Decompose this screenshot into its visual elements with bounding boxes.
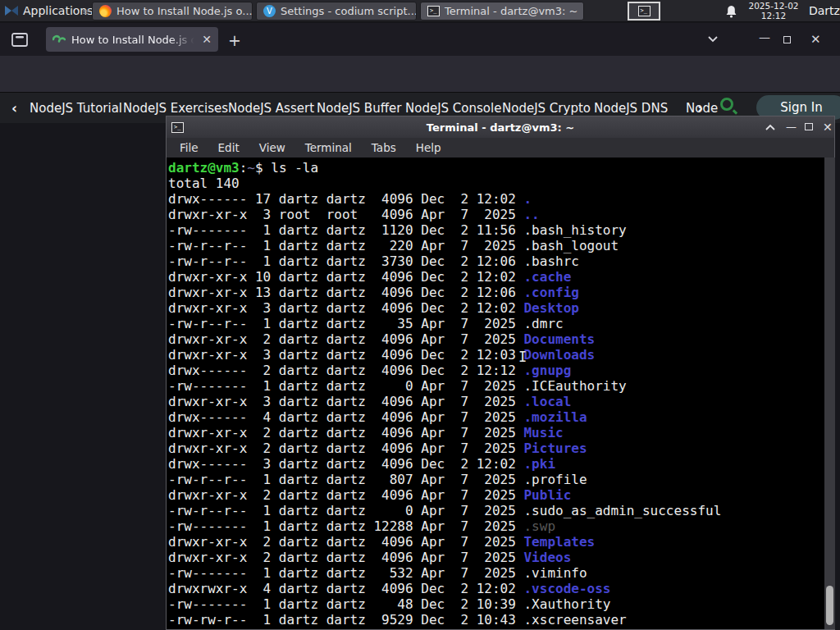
- terminal-line: -rw-rw-r-- 1 dartz dartz 9529 Dec 2 10:4…: [168, 612, 824, 628]
- new-tab-button[interactable]: +: [228, 31, 241, 49]
- terminal-line: drwxr-xr-x 3 dartz dartz 4096 Dec 2 12:0…: [168, 300, 824, 316]
- window-maximize-button[interactable]: [783, 36, 791, 43]
- menu-edit[interactable]: Edit: [218, 141, 240, 154]
- nav-link-exercises[interactable]: NodeJS Exercises: [123, 101, 228, 116]
- terminal-line: -rw------- 1 dartz dartz 48 Dec 2 10:39 …: [168, 596, 824, 612]
- terminal-line: drwx------ 17 dartz dartz 4096 Dec 2 12:…: [168, 191, 824, 207]
- nav-scroll-left-icon[interactable]: ‹: [11, 100, 17, 116]
- taskbar-button-terminal[interactable]: >_ Terminal - dartz@vm3: ~: [420, 2, 584, 21]
- terminal-line: -rw------- 1 dartz dartz 532 Apr 7 2025 …: [168, 565, 824, 581]
- terminal-scrollbar[interactable]: [824, 158, 835, 629]
- terminal-shade-button[interactable]: [765, 124, 775, 130]
- task-label: Settings - codium script...: [281, 5, 417, 17]
- menu-view[interactable]: View: [259, 141, 285, 154]
- panel-grip-icon: ≡: [82, 7, 90, 17]
- geeksforgeeks-favicon: [52, 33, 66, 46]
- terminal-titlebar[interactable]: Terminal - dartz@vm3: ~ >_ — ✕: [167, 116, 834, 138]
- terminal-title: Terminal - dartz@vm3: ~: [167, 121, 834, 134]
- nav-link-buffer[interactable]: NodeJS Buffer: [317, 101, 401, 116]
- terminal-line: drwxr-xr-x 3 dartz dartz 4096 Apr 7 2025…: [168, 394, 824, 409]
- terminal-line: drwxr-xr-x 2 dartz dartz 4096 Apr 7 2025…: [168, 331, 824, 347]
- terminal-line: drwxr-xr-x 2 dartz dartz 4096 Apr 7 2025…: [168, 534, 824, 550]
- taskbar-button-firefox[interactable]: How to Install Node.js o...: [92, 2, 253, 21]
- browser-tab-bar: How to Install Node.js on ✕ + — ✕: [0, 23, 840, 56]
- tab-close-icon[interactable]: ✕: [202, 33, 212, 46]
- terminal-menubar: File Edit View Terminal Tabs Help: [167, 138, 834, 158]
- firefox-view-icon[interactable]: [10, 30, 30, 49]
- nav-link-dns[interactable]: NodeJS DNS: [594, 101, 668, 116]
- tab-title: How to Install Node.js on: [71, 34, 194, 46]
- workspace-switcher[interactable]: >_: [628, 2, 660, 21]
- list-all-tabs-chevron-icon[interactable]: [707, 35, 719, 43]
- window-minimize-button[interactable]: —: [759, 30, 770, 43]
- terminal-line: drwxr-xr-x 2 dartz dartz 4096 Apr 7 2025…: [168, 441, 824, 456]
- nav-link-assert[interactable]: NodeJS Assert: [228, 101, 314, 116]
- terminal-scrollbar-thumb[interactable]: [826, 586, 833, 625]
- terminal-window: Terminal - dartz@vm3: ~ >_ — ✕ File Edit…: [166, 116, 835, 630]
- taskbar-button-codium[interactable]: V Settings - codium script...: [256, 2, 417, 21]
- codium-icon: V: [263, 5, 276, 17]
- terminal-close-button[interactable]: ✕: [823, 121, 833, 134]
- clock-time: 12:12: [745, 11, 802, 21]
- terminal-line: -rw-r--r-- 1 dartz dartz 0 Apr 7 2025 .s…: [168, 503, 824, 518]
- nav-scroll-right-icon[interactable]: ›: [697, 100, 703, 116]
- menu-help[interactable]: Help: [416, 141, 441, 154]
- desktop: Applications ≡ How to Install Node.js o.…: [0, 0, 840, 630]
- terminal-line: -rw------- 1 dartz dartz 12288 Apr 7 202…: [168, 518, 824, 534]
- search-icon[interactable]: [720, 98, 733, 111]
- terminal-line: dartz@vm3:~$ ls -la: [168, 160, 824, 176]
- terminal-line: drwxr-xr-x 13 dartz dartz 4096 Dec 2 12:…: [168, 285, 824, 300]
- browser-toolbar: ← → https://www.geeksforgeeks.org/node-j…: [0, 56, 840, 92]
- applications-logo-icon: [4, 3, 19, 18]
- menu-file[interactable]: File: [180, 141, 199, 154]
- terminal-line: drwxr-xr-x 2 dartz dartz 4096 Apr 7 2025…: [168, 487, 824, 503]
- terminal-line: drwxr-xr-x 2 dartz dartz 4096 Apr 7 2025…: [168, 425, 824, 441]
- terminal-line: -rw------- 1 dartz dartz 1120 Dec 2 11:5…: [168, 222, 824, 238]
- terminal-line: -rw------- 1 dartz dartz 0 Apr 7 2025 .I…: [168, 378, 824, 394]
- terminal-line: drwxr-xr-x 3 root root 4096 Apr 7 2025 .…: [168, 207, 824, 222]
- clock-date: 2025-12-02: [745, 2, 802, 11]
- terminal-line: drwx------ 4 dartz dartz 4096 Apr 7 2025…: [168, 409, 824, 425]
- task-label: Terminal - dartz@vm3: ~: [445, 5, 578, 17]
- nav-link-tutorial[interactable]: NodeJS Tutorial: [30, 101, 122, 116]
- task-label: How to Install Node.js o...: [116, 5, 253, 17]
- terminal-line: drwxr-xr-x 2 dartz dartz 4096 Apr 7 2025…: [168, 550, 824, 565]
- terminal-line: drwxr-xr-x 3 dartz dartz 4096 Dec 2 12:0…: [168, 347, 824, 363]
- terminal-maximize-button[interactable]: [805, 123, 813, 130]
- nav-link-console[interactable]: NodeJS Console: [405, 101, 501, 116]
- terminal-output: dartz@vm3:~$ ls -latotal 140drwx------ 1…: [167, 158, 824, 628]
- browser-tab-active[interactable]: How to Install Node.js on ✕: [46, 27, 218, 52]
- terminal-minimize-button[interactable]: —: [786, 121, 797, 133]
- firefox-icon: [99, 5, 112, 17]
- terminal-icon: >_: [638, 6, 651, 16]
- terminal-line: drwxr-xr-x 10 dartz dartz 4096 Dec 2 12:…: [168, 269, 824, 285]
- desktop-panel: Applications ≡ How to Install Node.js o.…: [0, 0, 840, 22]
- nav-link-crypto[interactable]: NodeJS Crypto: [502, 101, 591, 116]
- panel-user-label[interactable]: Dartz: [809, 4, 840, 17]
- terminal-icon: >_: [427, 6, 440, 16]
- terminal-line: -rw-r--r-- 1 dartz dartz 220 Apr 7 2025 …: [168, 238, 824, 253]
- window-close-button[interactable]: ✕: [810, 32, 821, 47]
- terminal-line: -rw-r--r-- 1 dartz dartz 35 Apr 7 2025 .…: [168, 316, 824, 331]
- notifications-bell-icon[interactable]: [725, 5, 737, 18]
- terminal-line: drwxrwxr-x 4 dartz dartz 4096 Dec 2 12:0…: [168, 581, 824, 596]
- terminal-line: drwx------ 2 dartz dartz 4096 Dec 2 12:1…: [168, 363, 824, 378]
- menu-tabs[interactable]: Tabs: [372, 141, 396, 154]
- panel-clock[interactable]: 2025-12-02 12:12: [745, 2, 802, 21]
- text-cursor-pointer: I: [518, 349, 527, 365]
- terminal-line: -rw-r--r-- 1 dartz dartz 807 Apr 7 2025 …: [168, 472, 824, 487]
- terminal-icon: >_: [171, 122, 184, 133]
- terminal-line: -rw-r--r-- 1 dartz dartz 3730 Dec 2 12:0…: [168, 253, 824, 269]
- terminal-line: drwx------ 3 dartz dartz 4096 Dec 2 12:0…: [168, 456, 824, 472]
- terminal-line: total 140: [168, 176, 824, 191]
- menu-terminal[interactable]: Terminal: [305, 141, 352, 154]
- terminal-content[interactable]: dartz@vm3:~$ ls -latotal 140drwx------ 1…: [167, 158, 824, 629]
